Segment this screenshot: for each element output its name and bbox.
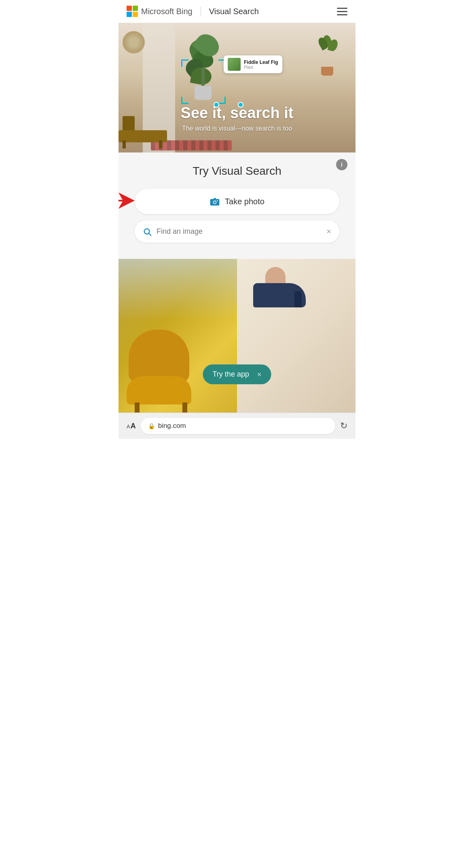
tooltip-text: Fiddle Leaf Fig Plant	[244, 59, 278, 70]
take-photo-wrapper: Take photo	[135, 189, 339, 214]
hamburger-line-1	[337, 8, 347, 9]
text-size-small: A	[127, 423, 130, 430]
menu-button[interactable]	[337, 8, 347, 15]
chair-sil-leg-2	[182, 402, 187, 413]
search-icon	[143, 227, 152, 236]
url-text: bing.com	[158, 422, 186, 430]
take-photo-button[interactable]: Take photo	[135, 189, 339, 214]
clear-input-button[interactable]: ×	[326, 227, 331, 236]
chair-sil-leg-1	[135, 402, 140, 413]
hero-text-block: See it, search it The world is visual—no…	[118, 104, 356, 132]
hero-subtitle: The world is visual—now search is too	[118, 125, 356, 132]
right-plant-decoration	[315, 35, 347, 76]
tooltip-subtitle: Plant	[244, 65, 278, 70]
mirror-decoration	[123, 31, 145, 53]
hero-section: Fiddle Leaf Fig Plant See it, search it …	[118, 23, 356, 152]
window-light	[118, 259, 237, 320]
url-bar[interactable]: 🔒 bing.com	[141, 418, 335, 434]
svg-point-3	[214, 201, 216, 203]
header-left: Microsoft Bing Visual Search	[127, 6, 259, 17]
header: Microsoft Bing Visual Search	[118, 0, 356, 23]
logo-square-green	[133, 6, 138, 11]
svg-marker-0	[118, 193, 135, 209]
camera-icon	[209, 196, 220, 207]
try-visual-search-title: Try Visual Search	[135, 165, 339, 178]
plant-tooltip: Fiddle Leaf Fig Plant	[224, 55, 282, 73]
grid-image-left[interactable]	[118, 259, 237, 413]
bracket-corner-bl	[181, 97, 188, 104]
chair-sil-seat	[127, 376, 191, 404]
chair-leg-1	[123, 140, 126, 148]
try-app-banner[interactable]: Try the app ×	[203, 364, 271, 384]
tooltip-thumbnail	[228, 58, 241, 71]
logo-square-red	[127, 6, 132, 11]
svg-rect-4	[217, 200, 218, 201]
page-title: Visual Search	[209, 7, 259, 16]
logo-square-blue	[127, 12, 132, 17]
take-photo-label: Take photo	[225, 197, 265, 206]
text-size-large: A	[131, 422, 136, 430]
logo-square-yellow	[133, 12, 138, 17]
try-app-close-button[interactable]: ×	[257, 371, 262, 378]
hero-title: See it, search it	[118, 104, 356, 122]
tooltip-title: Fiddle Leaf Fig	[244, 59, 278, 65]
selection-bracket	[181, 59, 226, 104]
brand-name: Microsoft Bing	[141, 7, 193, 16]
browser-bar: A A 🔒 bing.com ↻	[118, 413, 356, 439]
grid-image-right[interactable]	[237, 259, 356, 413]
chair-sil-back	[129, 330, 189, 382]
text-size-control[interactable]: A A	[127, 422, 136, 430]
info-button[interactable]: i	[336, 159, 347, 170]
refresh-button[interactable]: ↻	[340, 421, 347, 431]
image-grid: Try the app ×	[118, 259, 356, 413]
shoe-heel	[294, 291, 302, 307]
hamburger-line-3	[337, 14, 347, 15]
bing-logo: Microsoft Bing	[127, 6, 193, 17]
search-section: i Try Visual Search Take photo ×	[118, 152, 356, 259]
red-arrow-indicator	[118, 193, 135, 210]
header-divider	[201, 6, 201, 16]
bing-logo-grid	[127, 6, 138, 17]
hamburger-line-2	[337, 11, 347, 12]
info-icon: i	[341, 162, 343, 167]
find-image-container[interactable]: ×	[135, 220, 339, 243]
chair-silhouette	[127, 324, 195, 404]
svg-line-6	[149, 233, 151, 235]
shoe-container	[249, 267, 314, 348]
right-pot	[321, 67, 333, 76]
lock-icon: 🔒	[148, 423, 155, 429]
shoe-shape	[253, 283, 306, 307]
try-app-label: Try the app	[213, 370, 249, 379]
bracket-corner-tl	[181, 59, 188, 67]
chair-leg-2	[159, 140, 162, 148]
bracket-corner-br	[218, 97, 226, 104]
find-image-input[interactable]	[157, 227, 322, 236]
